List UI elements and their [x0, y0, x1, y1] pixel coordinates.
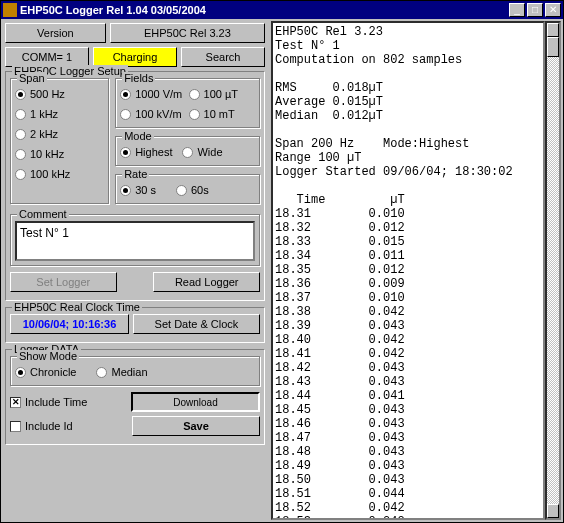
mode-option[interactable]: Wide	[182, 143, 222, 161]
logger-data-group: Logger DATA Show Mode ChronicleMedian ✕I…	[5, 349, 265, 445]
fields-legend: Fields	[122, 72, 155, 84]
clock-legend: EHP50C Real Clock Time	[12, 301, 142, 313]
include-id-checkbox[interactable]: Include Id	[10, 420, 128, 432]
show-mode-legend: Show Mode	[17, 350, 79, 362]
mode-legend: Mode	[122, 130, 154, 142]
show-mode-group: Show Mode ChronicleMedian	[10, 356, 260, 386]
app-window: EHP50C Logger Rel 1.04 03/05/2004 _ □ ✕ …	[0, 0, 564, 523]
mode-option[interactable]: Highest	[120, 143, 172, 161]
search-button[interactable]: Search	[181, 47, 265, 67]
save-button[interactable]: Save	[132, 416, 260, 436]
comment-group: Comment Test N° 1	[10, 214, 260, 266]
charging-indicator: Charging	[93, 47, 177, 67]
log-output[interactable]: EHP50C Rel 3.23 Test N° 1 Computation on…	[271, 21, 545, 520]
version-button[interactable]: Version	[5, 23, 106, 43]
clock-display: 10/06/04; 10:16:36	[10, 314, 129, 334]
read-logger-button[interactable]: Read Logger	[153, 272, 260, 292]
show-mode-option[interactable]: Median	[96, 363, 147, 381]
scroll-down-icon[interactable]	[547, 504, 559, 518]
left-panel: Version EHP50C Rel 3.23 COMM= 1 Charging…	[1, 19, 269, 522]
span-option[interactable]: 2 kHz	[15, 125, 104, 143]
mode-group: Mode HighestWide	[115, 136, 260, 166]
fields-group: Fields 1000 V/m100 µT100 kV/m10 mT	[115, 78, 260, 128]
rate-option[interactable]: 60s	[176, 181, 209, 199]
rel-button[interactable]: EHP50C Rel 3.23	[110, 23, 265, 43]
span-legend: Span	[17, 72, 47, 84]
span-option[interactable]: 1 kHz	[15, 105, 104, 123]
app-icon	[3, 3, 17, 17]
scroll-up-icon[interactable]	[547, 23, 559, 37]
clock-group: EHP50C Real Clock Time 10/06/04; 10:16:3…	[5, 307, 265, 343]
fields-option[interactable]: 100 kV/m	[120, 105, 186, 123]
include-time-checkbox[interactable]: ✕Include Time	[10, 396, 127, 408]
span-option[interactable]: 100 kHz	[15, 165, 104, 183]
scrollbar[interactable]	[545, 21, 561, 520]
fields-option[interactable]: 10 mT	[189, 105, 255, 123]
fields-option[interactable]: 1000 V/m	[120, 85, 186, 103]
rate-legend: Rate	[122, 168, 149, 180]
titlebar: EHP50C Logger Rel 1.04 03/05/2004 _ □ ✕	[1, 1, 563, 19]
show-mode-option[interactable]: Chronicle	[15, 363, 76, 381]
maximize-button[interactable]: □	[527, 3, 543, 17]
scroll-thumb[interactable]	[547, 37, 559, 57]
rate-option[interactable]: 30 s	[120, 181, 156, 199]
rate-group: Rate 30 s60s	[115, 174, 260, 204]
include-id-label: Include Id	[25, 420, 73, 432]
set-logger-button[interactable]: Set Logger	[10, 272, 117, 292]
comment-legend: Comment	[17, 208, 69, 220]
logger-setup-group: EHP50C Logger Setup Span 500 Hz1 kHz2 kH…	[5, 71, 265, 301]
window-title: EHP50C Logger Rel 1.04 03/05/2004	[20, 4, 507, 16]
scroll-track[interactable]	[547, 57, 559, 504]
fields-option[interactable]: 100 µT	[189, 85, 255, 103]
include-time-label: Include Time	[25, 396, 87, 408]
set-clock-button[interactable]: Set Date & Clock	[133, 314, 260, 334]
comment-input[interactable]: Test N° 1	[15, 221, 255, 261]
span-option[interactable]: 500 Hz	[15, 85, 104, 103]
span-group: Span 500 Hz1 kHz2 kHz10 kHz100 kHz	[10, 78, 109, 204]
download-button[interactable]: Download	[131, 392, 260, 412]
comm-button[interactable]: COMM= 1	[5, 47, 89, 67]
close-button[interactable]: ✕	[545, 3, 561, 17]
minimize-button[interactable]: _	[509, 3, 525, 17]
span-option[interactable]: 10 kHz	[15, 145, 104, 163]
